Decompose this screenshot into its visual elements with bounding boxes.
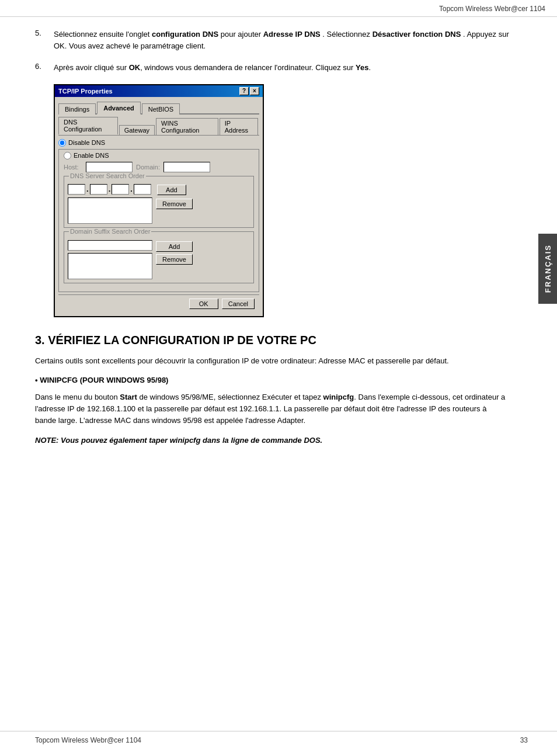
tab-wins-config[interactable]: WINS Configuration bbox=[156, 118, 218, 135]
step-6-number: 6. bbox=[35, 62, 54, 71]
domain-suffix-section: Domain Suffix Search Order Add Remove bbox=[64, 231, 254, 283]
radio-disable-dns: Disable DNS bbox=[58, 139, 259, 147]
step-5-number: 5. bbox=[35, 29, 54, 37]
tabs-row-2: DNS Configuration Gateway WINS Configura… bbox=[58, 117, 259, 136]
step-6: 6. Après avoir cliqué sur OK, windows vo… bbox=[35, 62, 509, 74]
tabs-row-1: Bindings Advanced NetBIOS bbox=[58, 100, 259, 115]
tab-netbios[interactable]: NetBIOS bbox=[142, 103, 180, 115]
radio-enable-dns-label: Enable DNS bbox=[74, 152, 109, 159]
ip-dot-1: . bbox=[86, 185, 89, 193]
side-tab-label: FRANÇAIS bbox=[544, 244, 552, 293]
tab-advanced[interactable]: Advanced bbox=[97, 102, 141, 115]
ip-octet-4[interactable] bbox=[134, 184, 151, 195]
ip-octet-2[interactable] bbox=[90, 184, 107, 195]
dns-server-list[interactable] bbox=[68, 197, 152, 224]
host-label: Host: bbox=[64, 164, 82, 171]
dialog-wrapper: TCP/IP Properties ? × Bindings Advanced … bbox=[54, 84, 509, 317]
radio-enable-dns-input[interactable] bbox=[64, 152, 71, 159]
domain-suffix-inputs bbox=[68, 240, 152, 279]
radio-disable-dns-input[interactable] bbox=[58, 139, 66, 147]
dialog-ok-btn[interactable]: OK bbox=[189, 299, 218, 309]
domain-suffix-remove-btn[interactable]: Remove bbox=[156, 254, 193, 265]
section-3-heading: 3. VÉRIFIEZ LA CONFIGURATION IP DE VOTRE… bbox=[35, 334, 509, 347]
tcp-ip-dialog: TCP/IP Properties ? × Bindings Advanced … bbox=[54, 84, 264, 317]
body-text-winipcfg: Dans le menu du bouton Start de windows … bbox=[35, 391, 509, 426]
tab-bindings[interactable]: Bindings bbox=[58, 103, 96, 115]
dialog-help-btn[interactable]: ? bbox=[239, 87, 249, 95]
dialog-title: TCP/IP Properties bbox=[58, 88, 113, 95]
top-header: Topcom Wireless Webr@cer 1104 bbox=[0, 0, 557, 17]
ip-dot-2: . bbox=[109, 185, 111, 193]
radio-disable-dns-label: Disable DNS bbox=[68, 139, 105, 146]
step-5: 5. Sélectionnez ensuite l'onglet configu… bbox=[35, 29, 509, 51]
step-6-text: Après avoir cliqué sur OK, windows vous … bbox=[54, 62, 371, 74]
dns-server-remove-btn[interactable]: Remove bbox=[156, 199, 193, 209]
dialog-cancel-btn[interactable]: Cancel bbox=[222, 299, 255, 309]
domain-suffix-label: Domain Suffix Search Order bbox=[69, 228, 151, 235]
ip-dot-3: . bbox=[130, 185, 133, 193]
dialog-close-btn[interactable]: × bbox=[250, 87, 259, 95]
dialog-title-bar: TCP/IP Properties ? × bbox=[55, 85, 263, 97]
ip-octet-1[interactable] bbox=[68, 184, 85, 195]
dns-server-remove-col: Remove bbox=[156, 199, 193, 209]
header-title: Topcom Wireless Webr@cer 1104 bbox=[439, 5, 545, 13]
section-3-intro: Certains outils sont excellents pour déc… bbox=[35, 355, 509, 367]
enable-dns-section: Enable DNS Host: Domain: DNS Server Sear… bbox=[58, 149, 259, 292]
footer-right: 33 bbox=[520, 736, 528, 744]
domain-suffix-add-btn[interactable]: Add bbox=[156, 241, 193, 252]
domain-suffix-row: Add Remove bbox=[68, 240, 250, 279]
radio-enable-dns: Enable DNS bbox=[64, 152, 254, 159]
dns-server-add-btn[interactable]: Add bbox=[157, 185, 186, 195]
dns-server-section: DNS Server Search Order . . . Add bbox=[64, 176, 254, 228]
ip-input-row: . . . Add bbox=[68, 183, 250, 195]
subsection-winipcfg: • WINIPCFG (POUR WINDOWS 95/98) bbox=[35, 376, 509, 384]
tab-gateway[interactable]: Gateway bbox=[119, 125, 155, 135]
domain-label: Domain: bbox=[136, 164, 160, 171]
domain-suffix-list[interactable] bbox=[68, 253, 152, 279]
footer-left: Topcom Wireless Webr@cer 1104 bbox=[35, 736, 141, 744]
page-footer: Topcom Wireless Webr@cer 1104 33 bbox=[0, 731, 557, 744]
main-content: 5. Sélectionnez ensuite l'onglet configu… bbox=[0, 17, 538, 470]
tab-dns-config[interactable]: DNS Configuration bbox=[58, 117, 118, 135]
dns-server-buttons: Add bbox=[157, 185, 186, 195]
tab-ip-address[interactable]: IP Address bbox=[220, 118, 258, 135]
domain-suffix-buttons: Add Remove bbox=[156, 241, 193, 265]
dns-server-list-row: Remove bbox=[68, 197, 250, 224]
dialog-action-buttons: OK Cancel bbox=[58, 294, 259, 313]
dialog-title-buttons: ? × bbox=[239, 87, 259, 95]
step-5-text: Sélectionnez ensuite l'onglet configurat… bbox=[54, 29, 509, 51]
side-tab: FRANÇAIS bbox=[538, 234, 557, 304]
note-text: NOTE: Vous pouvez également taper winipc… bbox=[35, 435, 509, 446]
page: Topcom Wireless Webr@cer 1104 FRANÇAIS 5… bbox=[0, 0, 557, 756]
dns-radio-group: Disable DNS bbox=[58, 139, 259, 147]
dialog-body: Bindings Advanced NetBIOS DNS Configurat… bbox=[55, 97, 263, 316]
dns-server-label: DNS Server Search Order bbox=[69, 172, 146, 179]
domain-suffix-input[interactable] bbox=[68, 240, 152, 251]
host-input[interactable] bbox=[86, 162, 133, 172]
ip-octet-3[interactable] bbox=[112, 184, 129, 195]
host-domain-row: Host: Domain: bbox=[64, 162, 254, 172]
domain-input[interactable] bbox=[163, 162, 210, 172]
